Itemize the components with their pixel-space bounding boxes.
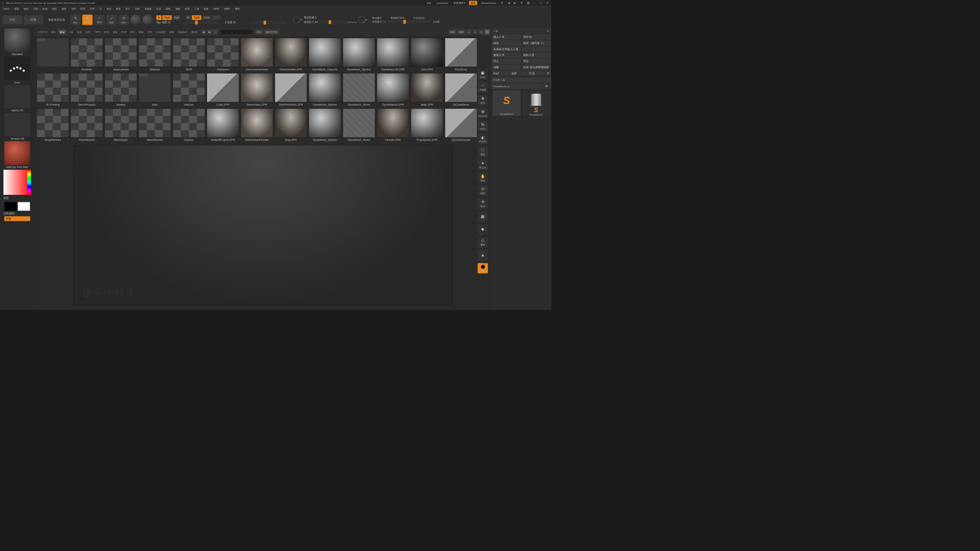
lightbox-tab-4[interactable]: 笔刷 xyxy=(75,29,83,34)
menu-文档[interactable]: 文档 xyxy=(33,7,38,10)
tool-panel-btn-从项目文件载入工具[interactable]: 从项目文件载入工具 xyxy=(492,46,521,52)
lightbox-tab-12[interactable]: 文档 xyxy=(145,29,154,34)
move-button[interactable]: ↔移动 xyxy=(94,15,105,25)
grid-item[interactable]: DynaMesh_Sphere xyxy=(343,38,375,71)
lightbox-tab-7[interactable]: 材质 xyxy=(103,29,111,34)
undo-last-label[interactable]: 重做最后 xyxy=(372,16,382,20)
lightbox-tab-3[interactable]: 工具 xyxy=(67,29,75,34)
lightbox-tab-16[interactable]: 聚光灯 xyxy=(189,29,200,34)
grid-item[interactable]: QCubeSmooth xyxy=(445,109,477,142)
view-grid-icon[interactable]: ⊞ xyxy=(485,29,490,35)
lightbox-tab-5[interactable]: 纹理 xyxy=(84,29,92,34)
tool-panel-btn-生成 多边形网格物体[interactable]: 生成 多边形网格物体 xyxy=(521,64,551,70)
home-tab[interactable]: 主页 xyxy=(3,15,22,24)
tool-panel-btn-保存[interactable]: 保存 xyxy=(492,40,521,46)
menu-笔触[interactable]: 笔触 xyxy=(175,7,180,10)
browser-prev-icon[interactable]: ◀ xyxy=(201,29,206,35)
tool-panel-btn-[interactable] xyxy=(521,46,551,52)
menu-变换[interactable]: 变换 xyxy=(204,7,208,10)
close-icon[interactable]: ✕ xyxy=(545,1,549,5)
texture-off-thumb[interactable] xyxy=(4,113,30,137)
grid-item[interactable]: Cube.ZPR xyxy=(207,73,239,106)
grid-item[interactable]: Material xyxy=(139,38,171,71)
menu-Alpha[interactable]: Alpha xyxy=(3,8,10,10)
grid-item[interactable]: DemoSoldier.ZPR xyxy=(275,38,307,71)
viewport-btn-AC50%[interactable]: ◐AC50% xyxy=(478,134,488,144)
matcap-thumb[interactable] xyxy=(4,141,30,165)
tool-cylinder3d[interactable]: Cylinder3DSSimpleBrush xyxy=(522,90,550,116)
grid-item[interactable]: Primitives xyxy=(445,38,477,71)
layout-icon[interactable]: ⊞ xyxy=(500,1,504,5)
r-button[interactable]: R xyxy=(544,84,550,88)
grid-item[interactable]: DynaWax128.ZPR xyxy=(377,38,409,71)
grid-item[interactable]: DicePrimitives.ZPR xyxy=(275,73,307,106)
grid-item[interactable]: Male.ZPR xyxy=(411,73,443,106)
menu-纹理[interactable]: 纹理 xyxy=(185,7,189,10)
tool-panel-btn-复制工具[interactable]: 复制工具 xyxy=(492,52,521,58)
viewport-btn-Zoom2D[interactable]: ⊕Zoom2D xyxy=(478,108,488,118)
viewport-btn-缩放[interactable]: ⊙缩放 xyxy=(478,186,488,196)
lightbox-tab-8[interactable]: 噪波 xyxy=(111,29,119,34)
hue-strip[interactable] xyxy=(27,170,31,195)
tool-panel-btn-导入[interactable]: 导入 xyxy=(492,58,521,64)
settings-icon[interactable]: ❖ xyxy=(519,1,524,5)
grid-item[interactable]: Jewelry xyxy=(105,73,137,106)
focal-dial[interactable] xyxy=(293,16,301,23)
lightbox-tab-10[interactable]: 阵列 xyxy=(128,29,136,34)
swatch-white[interactable] xyxy=(18,202,30,211)
menu-Z插件[interactable]: Z插件 xyxy=(213,7,219,10)
quicksave-button[interactable]: QuickSave xyxy=(435,1,450,5)
grid-item[interactable]: QCubeBevel xyxy=(445,73,477,106)
grid-item[interactable]: ZeeZoo xyxy=(173,109,205,142)
tool-simplebrush[interactable]: SSimpleBrush xyxy=(492,90,521,116)
view-min-icon[interactable]: — xyxy=(466,29,472,35)
grid-item[interactable]: DemoHeadFemale xyxy=(241,109,273,142)
lightbox-tab-15[interactable]: 快速保存 xyxy=(176,29,189,34)
tool-panel-btn-全部[interactable]: 全部 xyxy=(509,70,527,76)
ui-opacity[interactable]: 界面透明 0 xyxy=(452,1,467,5)
menu-工具[interactable]: 工具 xyxy=(194,7,199,10)
grid-item[interactable]: Misc xyxy=(139,73,171,106)
tool-panel-btn-可见[interactable]: 可见 xyxy=(527,70,545,76)
menu-色彩[interactable]: 色彩 xyxy=(24,7,28,10)
tool-panel-btn-导出[interactable]: 导出 xyxy=(521,58,551,64)
grid-item[interactable]: DynaMesh_Sphere xyxy=(309,109,341,142)
zadd-chip[interactable]: Zadd xyxy=(192,15,201,20)
browser-search-input[interactable] xyxy=(220,29,253,35)
viewport-btn-透明[interactable]: ◇透明 xyxy=(478,237,488,248)
preview-boolean-button[interactable]: 预览布尔渲染 xyxy=(45,18,69,22)
menu-材质[interactable]: 材质 xyxy=(116,7,121,10)
menu-影片[interactable]: 影片 xyxy=(126,7,130,10)
swap-color-label[interactable]: 切换颜色 xyxy=(3,212,15,215)
lightbox-tab-6[interactable]: Alpha xyxy=(93,29,102,34)
edit-button[interactable]: ✎Edit xyxy=(70,15,80,25)
menu-Z脚本[interactable]: Z脚本 xyxy=(224,7,230,10)
brush-standard-thumb[interactable] xyxy=(4,28,30,52)
viewport-btn-12[interactable]: ◆ xyxy=(478,224,488,235)
history-slider[interactable] xyxy=(388,20,431,23)
grid-item[interactable]: DynaMesh_Stone xyxy=(343,109,375,142)
stroke-dots-thumb[interactable] xyxy=(4,57,30,80)
grid-item[interactable]: 3D Printing xyxy=(37,73,69,106)
drawsize-slider[interactable] xyxy=(319,21,347,24)
grid-item[interactable]: ArrayMeshes xyxy=(37,109,69,142)
tool-panel-btn-R[interactable]: R xyxy=(545,70,551,76)
viewport-btn-透视[interactable]: ⬚透视 xyxy=(478,147,488,157)
lightbox-tab-9[interactable]: 纤维 xyxy=(120,29,128,34)
view-list-icon[interactable]: ≡ xyxy=(479,29,484,35)
d-dial[interactable] xyxy=(358,16,365,23)
menu-帮助[interactable]: 帮助 xyxy=(235,7,240,10)
grid-item[interactable]: DynaMesh_Sphere xyxy=(309,73,341,106)
document-canvas[interactable]: 趣享小程序 xyxy=(73,145,452,306)
grid-item[interactable]: DynaWax64.ZPR xyxy=(377,73,409,106)
grid-item[interactable]: DefaultProject.ZPR xyxy=(207,109,239,142)
rotate-button[interactable]: ⟲旋转 xyxy=(118,15,129,25)
grid-item[interactable]: DynaMesh_Capsule xyxy=(309,38,341,71)
mrgb-chip[interactable]: Mrgb xyxy=(162,15,172,20)
tool-panel-collapse-icon[interactable]: ⟲ xyxy=(547,29,549,32)
viewport-btn-Dynamic[interactable]: ⬤Dynamic xyxy=(478,263,488,273)
viewport-btn-子像素[interactable]: ▫子像素 xyxy=(478,82,488,93)
grid-item[interactable]: ZSpheres xyxy=(207,38,239,71)
menu-笔刷[interactable]: 笔刷 xyxy=(14,7,19,10)
swatch-black[interactable] xyxy=(5,202,17,211)
